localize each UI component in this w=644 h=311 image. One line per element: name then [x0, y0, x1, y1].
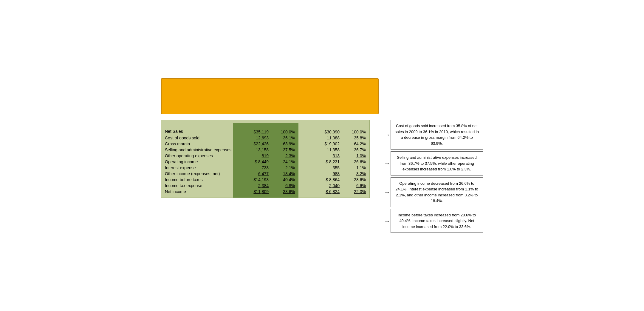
- table-row: Income tax expense 2,384 6.8% 2,040 6.6%: [161, 183, 369, 189]
- table-row: Cost of goods sold 12,693 36.1% 11,088 3…: [161, 135, 369, 141]
- col-headers-2009: [298, 123, 369, 127]
- table-row: Gross margin $22,426 63.9% $19,902 64.2%: [161, 141, 369, 147]
- annotation-box: Cost of goods sold increased from 35.8% …: [391, 120, 483, 150]
- amount-2010: $11,809: [233, 189, 272, 195]
- cell-2009: 988 3.2%: [298, 171, 369, 177]
- percent-2009: 22.0%: [343, 189, 369, 195]
- cell-2009: $ 8,864 28.6%: [298, 177, 369, 183]
- percent-2010: 63.9%: [272, 141, 298, 147]
- table-row: Interest expense 733 2.1% 355 1.1%: [161, 165, 369, 171]
- percent-2010: 2.1%: [272, 165, 298, 171]
- cell-2010: 6,477 18.4%: [233, 171, 298, 177]
- row-label: Other operating expenses: [161, 153, 233, 159]
- annotation-text: Cost of goods sold increased from 35.8% …: [395, 124, 479, 146]
- cell-2010: 819 2.3%: [233, 153, 298, 159]
- amount-2009: 313: [298, 153, 343, 159]
- percent-2009: 64.2%: [343, 141, 369, 147]
- row-label: Cost of goods sold: [161, 135, 233, 141]
- amount-2009: $ 6,824: [298, 189, 343, 195]
- percent-2009: 3.2%: [343, 171, 369, 177]
- amount-2009: $ 8,864: [298, 177, 343, 183]
- amount-2010: $14,193: [233, 177, 272, 183]
- amount-2009: 988: [298, 171, 343, 177]
- arrow-icon: →: [384, 158, 390, 168]
- amount-2009: $30,990: [298, 129, 343, 135]
- amount-2010: 12,693: [233, 135, 272, 141]
- table-row: Net Sales $35,119 100.0% $30,990 100.0%: [161, 127, 369, 135]
- cell-2010: $11,809 33.6%: [233, 189, 298, 198]
- cell-2010: $ 8,449 24.1%: [233, 159, 298, 165]
- row-label: Net Sales: [161, 127, 233, 135]
- cell-2009: 2,040 6.6%: [298, 183, 369, 189]
- percent-2010: 2.3%: [272, 153, 298, 159]
- cell-2009: 355 1.1%: [298, 165, 369, 171]
- amount-2009: $ 8,231: [298, 159, 343, 165]
- header-title: [174, 84, 366, 108]
- amount-2010: 13,158: [233, 147, 272, 153]
- data-rows-container: Net Sales $35,119 100.0% $30,990 100.0% …: [161, 127, 369, 198]
- page-wrapper: Net Sales $35,119 100.0% $30,990 100.0% …: [161, 78, 483, 233]
- amount-2010: $22,426: [233, 141, 272, 147]
- cell-2009: $19,902 64.2%: [298, 141, 369, 147]
- arrow-icon: →: [384, 130, 390, 140]
- annotation-text: Income before taxes increased from 28.6%…: [398, 213, 476, 229]
- cell-2010: 733 2.1%: [233, 165, 298, 171]
- amount-2009: 11,358: [298, 147, 343, 153]
- income-table: Net Sales $35,119 100.0% $30,990 100.0% …: [161, 120, 370, 198]
- annotation-box: Operating income decreased from 26.6% to…: [391, 177, 483, 207]
- cell-2009: 313 1.0%: [298, 153, 369, 159]
- annotation-text: Selling and administrative expenses incr…: [397, 155, 476, 171]
- percent-2010: 37.5%: [272, 147, 298, 153]
- table-row: Other income (expenses; net) 6,477 18.4%…: [161, 171, 369, 177]
- table-row: Operating income $ 8,449 24.1% $ 8,231 2…: [161, 159, 369, 165]
- arrow-icon: →: [384, 187, 390, 197]
- percent-2010: 100.0%: [272, 129, 298, 135]
- amount-2010: $35,119: [233, 129, 272, 135]
- annotation-box: Income before taxes increased from 28.6%…: [391, 209, 483, 233]
- cell-2010: $22,426 63.9%: [233, 141, 298, 147]
- table-row: Net income $11,809 33.6% $ 6,824 22.0%: [161, 189, 369, 198]
- amount-2010: 819: [233, 153, 272, 159]
- row-label: Operating income: [161, 159, 233, 165]
- amount-2009: 2,040: [298, 183, 343, 189]
- row-label: Income tax expense: [161, 183, 233, 189]
- cell-2009: $30,990 100.0%: [298, 127, 369, 135]
- arrow-icon: →: [384, 216, 390, 226]
- annotation-text: Operating income decreased from 26.6% to…: [395, 181, 478, 203]
- col-percent-2010: [280, 124, 284, 125]
- percent-2009: 26.6%: [343, 159, 369, 165]
- percent-2009: 1.1%: [343, 165, 369, 171]
- cell-2010: $14,193 40.4%: [233, 177, 298, 183]
- col-amount-2010: [247, 124, 252, 125]
- amount-2010: 2,384: [233, 183, 272, 189]
- cell-2009: $ 6,824 22.0%: [298, 189, 369, 198]
- amount-2010: 733: [233, 165, 272, 171]
- table-row: Selling and administrative expenses 13,1…: [161, 147, 369, 153]
- percent-2010: 6.8%: [272, 183, 298, 189]
- cell-2010: 2,384 6.8%: [233, 183, 298, 189]
- col-headers-spacer: [161, 123, 233, 127]
- row-label: Selling and administrative expenses: [161, 147, 233, 153]
- amount-2010: $ 8,449: [233, 159, 272, 165]
- cell-2010: $35,119 100.0%: [233, 127, 298, 135]
- percent-2009: 35.8%: [343, 135, 369, 141]
- percent-2009: 36.7%: [343, 147, 369, 153]
- header-box: [161, 78, 379, 114]
- row-label: Interest expense: [161, 165, 233, 171]
- percent-2010: 24.1%: [272, 159, 298, 165]
- col-headers-2010: [233, 123, 298, 127]
- table-row: Other operating expenses 819 2.3% 313 1.…: [161, 153, 369, 159]
- percent-2009: 100.0%: [343, 129, 369, 135]
- percent-2010: 40.4%: [272, 177, 298, 183]
- row-label: Other income (expenses; net): [161, 171, 233, 177]
- row-label: Net income: [161, 189, 233, 198]
- amount-2010: 6,477: [233, 171, 272, 177]
- cell-2009: $ 8,231 26.6%: [298, 159, 369, 165]
- cell-2010: 12,693 36.1%: [233, 135, 298, 141]
- year-header-row: [161, 120, 369, 123]
- amount-2009: $19,902: [298, 141, 343, 147]
- col-amount-2009: [314, 124, 319, 125]
- percent-2009: 28.6%: [343, 177, 369, 183]
- cell-2010: 13,158 37.5%: [233, 147, 298, 153]
- percent-2010: 36.1%: [272, 135, 298, 141]
